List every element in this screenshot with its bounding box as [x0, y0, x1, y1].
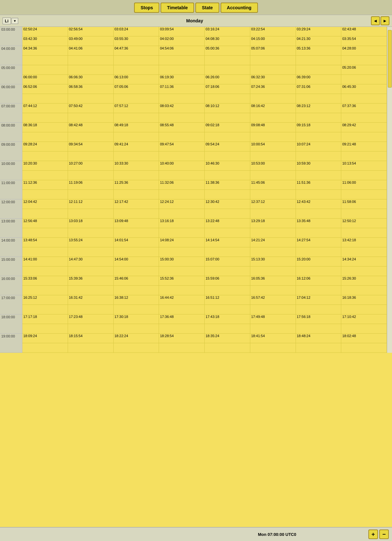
time-cell: 10:00:00: [0, 161, 22, 180]
tt-cell: 02:56:54: [68, 27, 114, 36]
zoom-out-button[interactable]: −: [379, 529, 389, 539]
scrollbar-thumb[interactable]: [388, 30, 392, 88]
tt-cell: 14:34:24: [341, 257, 387, 267]
tt-cell: 04:54:06: [159, 46, 205, 56]
tt-cell: [250, 228, 296, 238]
tt-cell: 05:13:36: [296, 46, 342, 56]
tt-cell: 08:16:42: [250, 104, 296, 113]
tt-cell: 15:59:06: [205, 276, 250, 286]
tt-cell: 15:26:30: [341, 276, 387, 286]
tt-cell: 07:11:36: [159, 84, 205, 94]
time-cell: 19:00:00: [0, 334, 22, 353]
tt-cell: 06:32:30: [250, 75, 296, 84]
tt-cell: [159, 113, 205, 123]
time-cell: 03:00:00: [0, 27, 22, 46]
tt-cell: [296, 65, 342, 75]
tt-cell: [68, 190, 114, 199]
tt-cell: 07:24:36: [250, 84, 296, 94]
tt-cell: 17:23:48: [68, 314, 114, 324]
tt-cell: 13:22:48: [205, 219, 250, 228]
tt-cell: 04:47:36: [114, 46, 159, 56]
tt-cell: [22, 190, 68, 199]
tt-cell: 10:40:00: [159, 161, 205, 171]
tt-cell: [22, 65, 68, 75]
zoom-in-button[interactable]: +: [368, 529, 378, 539]
tt-cell: 10:20:30: [22, 161, 68, 171]
tt-cell: 16:38:12: [114, 295, 159, 305]
tab-accounting[interactable]: Accounting: [221, 3, 258, 13]
time-cell: 11:00:00: [0, 180, 22, 199]
scrollbar[interactable]: [387, 27, 392, 353]
status-text: Mon 07:00:00 UTC0: [186, 532, 368, 537]
tt-cell: [114, 113, 159, 123]
tt-cell: [341, 132, 387, 142]
time-cell: 09:00:00: [0, 142, 22, 161]
tt-cell: [250, 324, 296, 334]
next-arrow[interactable]: ►: [381, 16, 389, 25]
prev-arrow[interactable]: ◄: [371, 16, 380, 25]
tt-cell: [68, 228, 114, 238]
tt-cell: [159, 228, 205, 238]
time-cell: 18:00:00: [0, 314, 22, 334]
tab-timetable[interactable]: Timetable: [161, 3, 194, 13]
tt-cell: [296, 305, 342, 314]
tt-cell: [296, 228, 342, 238]
tt-cell: 06:13:00: [114, 75, 159, 84]
tt-cell: 07:05:06: [114, 84, 159, 94]
tt-cell: 12:30:42: [205, 199, 250, 209]
tt-cell: 04:41:06: [68, 46, 114, 56]
tt-cell: [159, 56, 205, 65]
tt-cell: [159, 151, 205, 161]
tt-cell: 05:20:06: [341, 65, 387, 75]
tt-cell: [68, 286, 114, 295]
tt-cell: 15:07:00: [205, 257, 250, 267]
tt-cell: 04:28:00: [341, 46, 387, 56]
tt-cell: 08:03:42: [159, 104, 205, 113]
tt-cell: 18:28:54: [159, 334, 205, 343]
tab-state[interactable]: State: [195, 3, 219, 13]
tt-cell: [341, 324, 387, 334]
tt-cell: [68, 132, 114, 142]
tt-cell: [114, 190, 159, 199]
tt-cell: 17:10:42: [341, 314, 387, 324]
tt-cell: 03:35:54: [341, 36, 387, 46]
tt-cell: 13:48:54: [22, 238, 68, 247]
timetable-grid: 03:00:0002:50:2403:42:3002:56:5403:49:00…: [0, 27, 392, 527]
tt-cell: [159, 343, 205, 353]
tt-cell: 14:41:00: [22, 257, 68, 267]
tt-cell: 09:41:24: [114, 142, 159, 151]
tt-cell: 09:21:48: [341, 142, 387, 151]
tt-cell: [205, 94, 250, 104]
tt-cell: 12:56:48: [22, 219, 68, 228]
tt-cell: [296, 324, 342, 334]
tab-stops[interactable]: Stops: [134, 3, 159, 13]
tt-cell: [341, 228, 387, 238]
tt-cell: 09:47:54: [159, 142, 205, 151]
tt-cell: [68, 343, 114, 353]
tt-cell: 15:33:06: [22, 276, 68, 286]
day-title: Monday: [18, 18, 371, 23]
tt-cell: 10:46:30: [205, 161, 250, 171]
tt-cell: [68, 305, 114, 314]
tt-cell: [22, 228, 68, 238]
tt-cell: 15:20:00: [296, 257, 342, 267]
tt-cell: [159, 209, 205, 219]
tt-cell: [250, 286, 296, 295]
tt-cell: 07:50:42: [68, 104, 114, 113]
tt-cell: 09:34:54: [68, 142, 114, 151]
tt-cell: 10:33:30: [114, 161, 159, 171]
tt-cell: [159, 247, 205, 257]
tt-cell: 06:45:30: [341, 84, 387, 94]
tt-cell: 11:25:36: [114, 180, 159, 190]
time-cell: 07:00:00: [0, 104, 22, 123]
tt-cell: [159, 324, 205, 334]
tt-cell: [22, 113, 68, 123]
tt-cell: 06:26:00: [205, 75, 250, 84]
day-dropdown[interactable]: ▼: [11, 18, 19, 24]
tt-cell: 16:05:36: [250, 276, 296, 286]
tt-cell: [205, 209, 250, 219]
tt-cell: 03:49:00: [68, 36, 114, 46]
tt-cell: 11:32:06: [159, 180, 205, 190]
tt-cell: 04:34:36: [22, 46, 68, 56]
tt-cell: [341, 343, 387, 353]
